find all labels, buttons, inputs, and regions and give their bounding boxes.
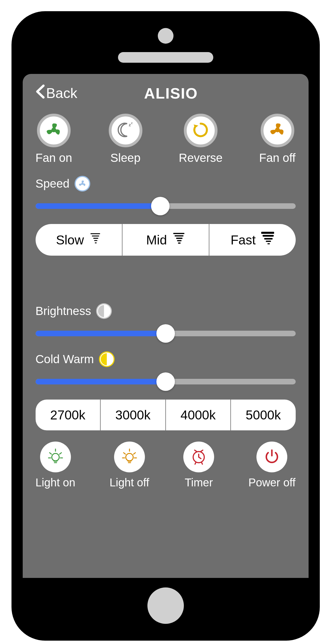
bulb-icon [46,447,65,467]
bottom-label: Timer [185,476,213,489]
slider-thumb[interactable] [156,372,175,391]
coldwarm-label-row: Cold Warm [36,351,296,367]
fan-on-button[interactable]: Fan on [36,114,72,165]
preset-label: Fast [231,232,256,248]
light-off-button[interactable]: Light off [110,442,149,489]
bulb-icon [120,447,139,467]
fan-icon [44,120,64,141]
fan-icon [75,176,90,192]
fan-icon [268,120,287,141]
power-off-button[interactable]: Power off [248,442,295,489]
phone-camera [158,28,173,44]
speed-fast-button[interactable]: Fast [209,224,296,256]
bottom-label: Light off [110,476,149,489]
slider-thumb[interactable] [156,324,175,343]
bottom-row: Light on Light off Timer [36,442,296,489]
speed-slider[interactable] [36,198,296,214]
svg-text:z: z [129,122,131,127]
light-on-button[interactable]: Light on [36,442,75,489]
back-button[interactable]: Back [36,85,77,102]
timer-button[interactable]: Timer [183,442,214,489]
speed-mid-button[interactable]: Mid [122,224,209,256]
bottom-label: Power off [248,476,295,489]
coldwarm-label: Cold Warm [36,353,94,366]
slider-fill [36,203,160,209]
kelvin-label: 3000k [115,408,151,422]
phone-speaker [118,52,213,63]
header-bar: Back ALISIO [36,85,296,102]
back-label: Back [46,85,77,101]
brightness-label-row: Brightness [36,303,296,319]
mode-label: Fan off [259,151,296,165]
slider-fill [36,379,166,384]
reverse-button[interactable]: Reverse [179,114,223,165]
power-icon [263,447,281,467]
svg-point-8 [126,453,133,461]
kelvin-row: 2700k 3000k 4000k 5000k [36,400,296,430]
bottom-label: Light on [36,476,75,489]
coldwarm-slider[interactable] [36,373,296,390]
half-circle-icon [96,303,112,319]
speed-label: Speed [36,177,70,190]
speed-preset-row: Slow Mid Fast [36,224,296,256]
page-title: ALISIO [77,85,265,102]
half-circle-icon [99,351,115,367]
tornado-icon [173,232,185,248]
tornado-icon [89,232,101,248]
home-button[interactable] [147,587,184,624]
brightness-label: Brightness [36,304,91,318]
app-screen: Back ALISIO Fan on zz Sleep [23,74,309,578]
moon-icon: zz [116,120,135,141]
kelvin-5000-button[interactable]: 5000k [231,400,296,430]
speed-label-row: Speed [36,176,296,192]
kelvin-4000-button[interactable]: 4000k [166,400,231,430]
kelvin-label: 4000k [180,408,216,422]
reverse-icon [191,120,210,141]
preset-label: Slow [56,232,84,248]
svg-point-7 [52,453,59,461]
svg-text:z: z [131,121,133,125]
speed-slow-button[interactable]: Slow [36,224,122,256]
phone-frame: Back ALISIO Fan on zz Sleep [11,11,320,641]
mode-label: Fan on [36,151,72,165]
brightness-slider[interactable] [36,325,296,342]
kelvin-2700-button[interactable]: 2700k [36,400,101,430]
fan-off-button[interactable]: Fan off [259,114,296,165]
slider-thumb[interactable] [151,197,170,215]
mode-label: Reverse [179,151,223,165]
sleep-button[interactable]: zz Sleep [109,114,142,165]
tornado-icon [261,231,274,248]
clock-icon [189,447,208,467]
mode-label: Sleep [110,151,140,165]
chevron-left-icon [36,85,45,102]
slider-fill [36,331,166,336]
kelvin-3000-button[interactable]: 3000k [101,400,166,430]
preset-label: Mid [146,232,167,248]
kelvin-label: 2700k [50,408,85,422]
kelvin-label: 5000k [246,408,281,422]
mode-row: Fan on zz Sleep Reverse [36,114,296,165]
